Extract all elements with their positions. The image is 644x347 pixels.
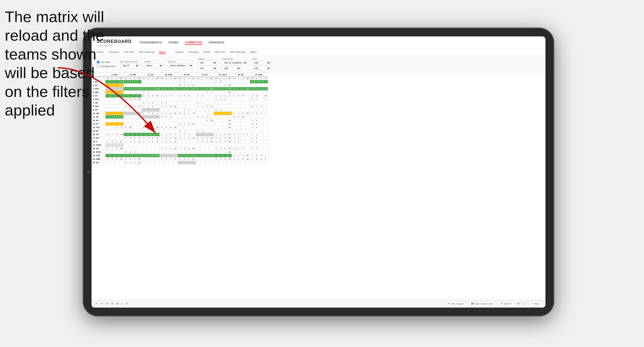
- bottom-toolbar: ↩ ↪ ↺ ⊖ ⊕ | ⏱ 👁 View: Original 💾 Save Cu…: [92, 300, 545, 308]
- subnav-players-summary[interactable]: Summary: [188, 51, 199, 54]
- subnav-matrix[interactable]: Matrix: [159, 51, 166, 54]
- conference-select-2[interactable]: (All): [222, 66, 241, 71]
- team-label: Team: [252, 58, 271, 60]
- table-row: 13. UT 22012 18 10: [92, 122, 268, 126]
- division-select[interactable]: NCAA Division I: [168, 63, 193, 68]
- col-header-uw: 10. UW: [124, 73, 142, 77]
- region-select-2[interactable]: N/A: [198, 66, 217, 71]
- table-row: 9. UA 01 01: [92, 108, 268, 112]
- table-row: 21. ETSU 010 16: [92, 150, 268, 154]
- save-icon: 💾: [471, 303, 474, 305]
- table-row: 15. UF 01 01: [92, 129, 268, 133]
- filter-controls: Full View Compact View Max teams in view…: [92, 56, 545, 73]
- table-row: 6. FSU 14025 010 012: [92, 98, 268, 101]
- table-row: 18. U 20011 10011 1105 10010 10010 10013…: [92, 140, 268, 143]
- region-select[interactable]: N/A: [198, 61, 217, 65]
- subnav-h2h-heatmap-2[interactable]: H2H Heatmap: [229, 51, 245, 54]
- nav-teams[interactable]: TEAMS: [168, 40, 179, 45]
- max-teams-control: Max teams in view Top 25: [120, 61, 139, 68]
- zoom-out-icon[interactable]: ⊖: [111, 302, 113, 305]
- max-teams-select[interactable]: Top 25: [120, 63, 139, 68]
- conference-label: Conference: [222, 58, 247, 60]
- matrix-table: 3. ASU 10. UW 11. UA 22. UCB 24. UO 27. …: [92, 73, 268, 164]
- division-control: Division NCAA Division I: [168, 61, 193, 68]
- table-row: 4. UNC 10036 10 01 29: [92, 91, 268, 94]
- watch-icon: 👁: [501, 303, 503, 305]
- matrix-container[interactable]: 3. ASU 10. UW 11. UA 22. UCB 24. UO 27. …: [92, 73, 545, 308]
- col-header-su: 27. SU: [196, 73, 214, 77]
- nav-committee[interactable]: COMMITTEE: [185, 40, 203, 45]
- subnav-players[interactable]: Players: [176, 51, 184, 54]
- table-row: 10. UW 1300 41032 04173 25066 12053 1451: [92, 112, 268, 115]
- table-row: 3. ASU 04080 500120 02048 10052 600160 6…: [92, 87, 268, 91]
- table-row: 11. UA 01010 340 340 0320: [92, 115, 268, 119]
- region-control: Region N/A N/A: [198, 58, 217, 71]
- table-row: 14. TTU 21122 02030 12026 29 30: [92, 126, 268, 129]
- col-header-uu: 54. UU: [232, 73, 250, 77]
- tablet-screen: SCOREBOARD Powered by clippd TOURNAMENTS…: [92, 36, 545, 308]
- nav-rankings[interactable]: RANKINGS: [209, 40, 224, 45]
- separator-icon: |: [122, 302, 122, 305]
- subnav-h2h-heatmap[interactable]: H2H Heatmap: [139, 51, 154, 54]
- col-header-osu: 57. OSU: [250, 73, 268, 77]
- table-row: 16. UO 210-14 1201 110 21011 1100 11: [92, 133, 268, 136]
- subnav-detail[interactable]: Detail: [204, 51, 210, 54]
- subnav-h2h-grid[interactable]: H2H Grid: [124, 51, 134, 54]
- table-row: 7. UM 010 10 01: [92, 101, 268, 105]
- view-original-button[interactable]: 👁 View: Original: [445, 302, 466, 306]
- team-select[interactable]: (All): [252, 61, 271, 65]
- main-nav: TOURNAMENTS TEAMS COMMITTEE RANKINGS: [139, 40, 224, 45]
- table-row: 12. UV 012 15 10: [92, 119, 268, 122]
- max-teams-label: Max teams in view: [120, 61, 139, 63]
- table-row: 8. UAF 01014 120 01015 11011 0101: [92, 105, 268, 108]
- tablet-camera: [87, 170, 90, 173]
- team-control: Team (All) (All): [252, 58, 271, 71]
- watch-chevron: ▾: [511, 303, 512, 305]
- subnav-h2h-grid-2[interactable]: H2H Grid: [214, 51, 225, 54]
- table-row: 5. UT 02035 010 220 10 1102 200 1040: [92, 94, 268, 98]
- redo-icon[interactable]: ↪: [101, 302, 103, 305]
- table-row: 24. UO 02029: [92, 161, 268, 164]
- app-header: SCOREBOARD Powered by clippd TOURNAMENTS…: [92, 36, 545, 49]
- annotation-text: The matrix will reload and the teams sho…: [5, 8, 110, 120]
- col-header-uo: 24. UO: [178, 73, 196, 77]
- table-row: 1. AU 12023 010 01 00 010: [92, 80, 268, 84]
- undo-icon[interactable]: ↩: [95, 302, 98, 305]
- table-row: 2. VU 12012 01027 025: [92, 84, 268, 87]
- sub-nav: Teams Summary H2H Grid H2H Heatmap Matri…: [92, 49, 545, 56]
- watch-button[interactable]: 👁 Watch ▾: [498, 302, 514, 306]
- save-custom-button[interactable]: 💾 Save Custom View: [469, 302, 495, 306]
- col-header-ucb: 22. UCB: [160, 73, 178, 77]
- share-button[interactable]: ↗ Share: [528, 302, 542, 306]
- timer-icon[interactable]: ⏱: [125, 302, 128, 305]
- view-original-label: View: Original: [451, 303, 464, 305]
- subnav-matrix-2[interactable]: Matrix: [250, 51, 257, 54]
- region-label: Region: [198, 58, 217, 60]
- gender-select[interactable]: Men's: [144, 63, 163, 68]
- gender-label: Gender: [144, 61, 163, 63]
- table-row: 20. UG 010-38 01023 10040 01015 010 10: [92, 147, 268, 150]
- share-icon: ↗: [531, 303, 533, 305]
- conference-control: Conference Pac-12 Conference ▾ (All): [222, 58, 247, 71]
- nav-tournaments[interactable]: TOURNAMENTS: [139, 40, 162, 45]
- col-header-ua: 11. UA: [142, 73, 160, 77]
- save-custom-label: Save Custom View: [475, 303, 493, 305]
- expand-icon[interactable]: ⛶: [523, 302, 525, 305]
- col-header-ucla: 31. UCLA: [214, 73, 232, 77]
- table-row: 17. GIT 1008 10011 10011 01010 10013 010…: [92, 136, 268, 140]
- table-row: 19. TAMU: [92, 143, 268, 147]
- table-row: 23. UNM 200-21 20025 0010 10010 01010 01…: [92, 157, 268, 161]
- refresh-icon[interactable]: ↺: [106, 302, 108, 305]
- conference-select[interactable]: Pac-12 Conference ▾: [222, 61, 247, 65]
- eye-icon: 👁: [447, 303, 450, 305]
- watch-label: Watch: [504, 303, 510, 305]
- division-label: Division: [168, 61, 193, 63]
- team-select-2[interactable]: (All): [252, 66, 271, 71]
- share-label: Share: [534, 303, 539, 305]
- table-row: 22. UCB 1303 44012 01010 10014 20344 160…: [92, 154, 268, 157]
- share-controls-icon[interactable]: ⚙: [517, 302, 520, 305]
- zoom-in-icon[interactable]: ⊕: [116, 302, 119, 305]
- tablet-device: SCOREBOARD Powered by clippd TOURNAMENTS…: [83, 28, 554, 316]
- gender-control: Gender Men's: [144, 61, 163, 68]
